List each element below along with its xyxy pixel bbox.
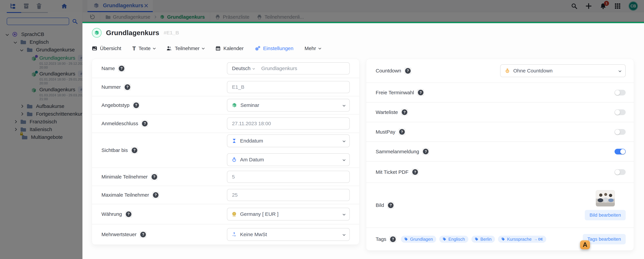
help-icon[interactable]: ? — [141, 120, 148, 127]
mehrwertsteuer-select[interactable]: $ Keine MwSt — [227, 228, 350, 241]
form-row-mit-ticket-pdf: Mit Ticket PDF? — [366, 161, 634, 183]
people-icon — [166, 46, 172, 51]
chevron-down-icon — [618, 69, 622, 72]
freie-terminwahl-toggle[interactable] — [614, 90, 626, 95]
max-teilnehmer-input[interactable]: 25 — [227, 189, 350, 201]
dim-overlay-sidebar — [0, 22, 82, 259]
help-icon[interactable]: ? — [125, 211, 132, 218]
help-icon[interactable]: ? — [124, 83, 131, 91]
field-label: Freie Terminwahl — [376, 90, 414, 95]
chevron-down-icon — [153, 47, 156, 50]
help-icon[interactable]: ? — [131, 147, 138, 154]
help-icon[interactable]: ? — [412, 168, 419, 176]
angebotstyp-select[interactable]: Seminar — [227, 99, 350, 112]
mit-ticket-pdf-toggle[interactable] — [614, 169, 626, 175]
tab-kalender[interactable]: Kalender — [215, 45, 244, 51]
tab-uebersicht[interactable]: Übersicht — [92, 45, 121, 51]
field-label: Währung — [102, 211, 122, 217]
min-teilnehmer-input[interactable]: 5 — [227, 171, 350, 183]
help-icon[interactable]: ? — [389, 236, 396, 243]
coin-icon — [232, 212, 237, 217]
sichtbar-bis-mode-select[interactable]: Enddatum — [227, 134, 350, 147]
tag-chip-grundlagen[interactable]: Grundlagen — [401, 236, 436, 243]
hourglass-icon — [232, 138, 237, 143]
field-label: Bild — [376, 202, 384, 208]
form-row-angebotstyp: Angebotstyp? Seminar — [92, 96, 359, 114]
field-label: Nummer — [102, 84, 121, 90]
gear-icon — [255, 45, 260, 51]
language-select[interactable]: Deutsch — [232, 65, 254, 71]
help-icon[interactable]: ? — [140, 231, 147, 238]
field-label: Sichtbar bis — [102, 147, 128, 153]
svg-text:$: $ — [234, 232, 235, 235]
tag-icon — [501, 237, 505, 241]
form-row-countdown: Countdown? Ohne Countdown — [366, 59, 634, 82]
form-row-mehrwertsteuer: Mehrwertsteuer? $ Keine MwSt — [92, 224, 359, 245]
form-row-min-teilnehmer: Minimale Teilnehmer? 5 — [92, 168, 359, 186]
tab-einstellungen[interactable]: Einstellungen — [255, 45, 294, 51]
tab-mehr[interactable]: Mehr — [304, 45, 321, 51]
form-row-name: Name? Deutsch Grundlagenkurs — [92, 59, 359, 78]
help-icon[interactable]: ? — [132, 102, 140, 109]
annotation-marker-a: A — [580, 240, 590, 249]
chevron-down-icon — [343, 104, 346, 107]
tab-teilnehmer[interactable]: Teilnehmer — [166, 45, 204, 51]
course-type-icon — [92, 28, 102, 38]
help-icon[interactable]: ? — [152, 191, 159, 199]
settings-card-left: Name? Deutsch Grundlagenkurs Nummer? E1_… — [92, 59, 359, 245]
page-code: #E1_B — [164, 30, 179, 36]
field-label: Anmeldeschluss — [102, 121, 138, 126]
stopwatch-icon — [505, 68, 510, 73]
bild-bearbeiten-button[interactable]: Bild bearbeiten — [585, 210, 626, 220]
field-label: Warteliste — [376, 109, 398, 115]
tab-texte[interactable]: T Texte — [132, 45, 156, 51]
field-label: MustPay — [376, 129, 395, 135]
text-icon: T — [132, 46, 136, 51]
warteliste-toggle[interactable] — [614, 109, 626, 115]
field-label: Countdown — [376, 68, 401, 74]
help-icon[interactable]: ? — [398, 128, 406, 135]
countdown-select[interactable]: Ohne Countdown — [500, 64, 626, 77]
help-icon[interactable]: ? — [417, 89, 424, 96]
dim-overlay-top — [0, 0, 644, 22]
page-title: Grundlagenkurs — [106, 29, 159, 37]
form-row-sammelanmeldung: Sammelanmeldung? — [366, 142, 634, 161]
nummer-input[interactable]: E1_B — [227, 81, 350, 93]
tag-suffix: → DE — [534, 237, 543, 241]
field-label: Mit Ticket PDF — [376, 169, 408, 175]
name-value: Grundlagenkurs — [261, 65, 297, 71]
chevron-down-icon — [202, 47, 204, 50]
form-row-nummer: Nummer? E1_B — [92, 78, 359, 96]
field-label: Minimale Teilnehmer — [102, 174, 148, 180]
help-icon[interactable]: ? — [401, 109, 408, 116]
form-row-waehrung: Währung? Germany [ EUR ] — [92, 204, 359, 224]
help-icon[interactable]: ? — [151, 173, 158, 181]
stopwatch-icon — [232, 157, 237, 162]
mustpay-toggle[interactable] — [614, 129, 626, 135]
waehrung-select[interactable]: Germany [ EUR ] — [227, 208, 350, 221]
tag-icon — [404, 237, 408, 241]
anmeldeschluss-input[interactable]: 27.11.2023 18:00 — [227, 117, 350, 130]
tag-chip-kurssprache[interactable]: Kurssprache → DE — [498, 236, 546, 243]
tag-chips: Grundlagen Englisch Berlin Kursspra — [401, 236, 546, 243]
form-row-max-teilnehmer: Maximale Teilnehmer? 25 — [92, 186, 359, 204]
chevron-down-icon — [252, 67, 255, 70]
form-row-mustpay: MustPay? — [366, 122, 634, 142]
sammelanmeldung-toggle[interactable] — [614, 149, 626, 154]
help-icon[interactable]: ? — [387, 202, 394, 209]
help-icon[interactable]: ? — [118, 65, 125, 72]
form-row-sichtbar-bis: Sichtbar bis? Enddatum Am Datum — [92, 133, 359, 168]
help-icon[interactable]: ? — [404, 67, 412, 74]
field-label: Tags — [376, 236, 386, 242]
form-row-tags: Tags? Grundlagen Englisch Berlin — [366, 228, 634, 251]
tag-chip-berlin[interactable]: Berlin — [472, 236, 495, 243]
help-icon[interactable]: ? — [422, 148, 429, 155]
sichtbar-bis-datum-select[interactable]: Am Datum — [227, 153, 350, 166]
content-header: Grundlagenkurs #E1_B Übersicht T Texte T… — [82, 22, 644, 52]
tag-icon — [475, 237, 478, 241]
chart-image-icon — [92, 46, 97, 51]
tag-chip-englisch[interactable]: Englisch — [439, 236, 468, 243]
chevron-down-icon — [343, 213, 346, 216]
seminar-cube-icon — [232, 102, 237, 108]
name-input[interactable]: Deutsch Grundlagenkurs — [227, 62, 350, 74]
